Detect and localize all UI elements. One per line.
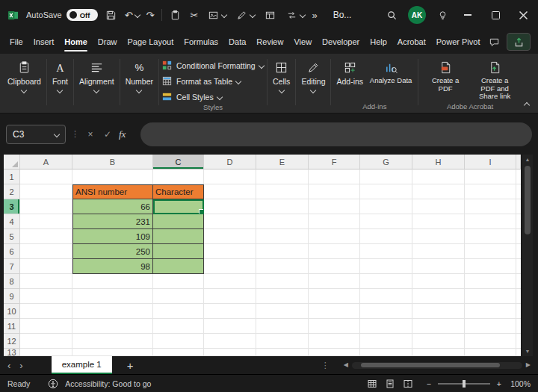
minimize-button[interactable] xyxy=(459,6,477,24)
conditional-formatting-button[interactable]: Conditional Formatting xyxy=(161,59,265,72)
row-header-11[interactable]: 11 xyxy=(4,319,20,334)
cell-F5[interactable] xyxy=(309,229,360,244)
scroll-left-icon[interactable]: ◀ xyxy=(344,362,348,368)
column-header-e[interactable]: E xyxy=(256,155,309,169)
kebab-icon[interactable]: ⋮ xyxy=(321,361,330,370)
cell-I4[interactable] xyxy=(465,214,516,229)
cell-E7[interactable] xyxy=(256,259,309,274)
prev-sheet-icon[interactable]: ‹ xyxy=(7,361,10,370)
cell-I11[interactable] xyxy=(465,319,516,334)
redo-button[interactable]: ↷ xyxy=(146,10,155,20)
tab-formulas[interactable]: Formulas xyxy=(179,30,223,54)
column-header-f[interactable]: F xyxy=(309,155,360,169)
cell-H5[interactable] xyxy=(412,229,465,244)
column-header-g[interactable]: G xyxy=(360,155,412,169)
tab-review[interactable]: Review xyxy=(251,30,288,54)
tab-page-layout[interactable]: Page Layout xyxy=(122,30,179,54)
vertical-scrollbar[interactable]: ▲ ▼ xyxy=(522,155,533,356)
cell-B5[interactable]: 109 xyxy=(72,229,153,244)
accessibility-icon[interactable] xyxy=(47,378,58,389)
cell-styles-button[interactable]: Cell Styles xyxy=(161,90,265,103)
draw-icon[interactable] xyxy=(235,8,255,22)
tab-file[interactable]: File xyxy=(4,30,28,54)
autosave-control[interactable]: AutoSave Off xyxy=(26,9,98,21)
paste-icon[interactable] xyxy=(169,8,182,22)
cell-E8[interactable] xyxy=(256,274,309,289)
cell-E13[interactable] xyxy=(256,349,309,356)
cell-G3[interactable] xyxy=(360,199,412,214)
cell-A12[interactable] xyxy=(20,334,72,349)
number-button[interactable]: % Number xyxy=(123,55,156,94)
name-box[interactable]: C3 xyxy=(6,125,66,144)
cell-H1[interactable] xyxy=(412,169,465,184)
cell-D11[interactable] xyxy=(204,319,256,334)
tab-draw[interactable]: Draw xyxy=(93,30,123,54)
row-header-13[interactable]: 13 xyxy=(4,349,20,356)
row-header-8[interactable]: 8 xyxy=(4,274,20,289)
cell-B13[interactable] xyxy=(72,349,153,356)
cell-D12[interactable] xyxy=(204,334,256,349)
row-header-5[interactable]: 5 xyxy=(4,229,20,244)
cell-A2[interactable] xyxy=(20,184,72,199)
cell-A6[interactable] xyxy=(20,244,72,259)
cell-A1[interactable] xyxy=(20,169,72,184)
cell-B4[interactable]: 231 xyxy=(72,214,153,229)
cell-F2[interactable] xyxy=(309,184,360,199)
zoom-level[interactable]: 100% xyxy=(508,379,531,388)
avatar[interactable]: AK xyxy=(408,6,426,24)
cell-B10[interactable] xyxy=(72,304,153,319)
cell-G6[interactable] xyxy=(360,244,412,259)
cell-C1[interactable] xyxy=(153,169,204,184)
cell-H11[interactable] xyxy=(412,319,465,334)
search-icon[interactable] xyxy=(385,8,398,22)
cell-G5[interactable] xyxy=(360,229,412,244)
cell-E12[interactable] xyxy=(256,334,309,349)
row-header-7[interactable]: 7 xyxy=(4,259,20,274)
cell-F9[interactable] xyxy=(309,289,360,304)
cell-C13[interactable] xyxy=(153,349,204,356)
cell-G8[interactable] xyxy=(360,274,412,289)
cell-C8[interactable] xyxy=(153,274,204,289)
switch-windows-icon[interactable] xyxy=(285,8,305,22)
cell-F7[interactable] xyxy=(309,259,360,274)
freeze-panes-icon[interactable] xyxy=(263,8,276,22)
cell-G13[interactable] xyxy=(360,349,412,356)
cell-B8[interactable] xyxy=(72,274,153,289)
sheet-tab-example-1[interactable]: example 1 xyxy=(52,356,112,374)
cell-H10[interactable] xyxy=(412,304,465,319)
cell-B2[interactable]: ANSI number xyxy=(72,184,153,199)
cell-E11[interactable] xyxy=(256,319,309,334)
share-button[interactable] xyxy=(507,33,531,51)
alignment-button[interactable]: Alignment xyxy=(76,55,117,94)
cell-B9[interactable] xyxy=(72,289,153,304)
cell-D7[interactable] xyxy=(204,259,256,274)
tab-help[interactable]: Help xyxy=(365,30,392,54)
tab-view[interactable]: View xyxy=(288,30,317,54)
font-button[interactable]: A Font xyxy=(49,55,71,94)
row-header-3[interactable]: 3 xyxy=(4,199,20,214)
enter-icon[interactable]: ✓ xyxy=(102,129,114,140)
cell-E5[interactable] xyxy=(256,229,309,244)
cell-E6[interactable] xyxy=(256,244,309,259)
cell-D6[interactable] xyxy=(204,244,256,259)
format-as-table-button[interactable]: Format as Table xyxy=(161,75,265,87)
scroll-right-icon[interactable]: ▶ xyxy=(526,362,531,368)
cell-B7[interactable]: 98 xyxy=(72,259,153,274)
cell-H8[interactable] xyxy=(412,274,465,289)
create-pdf-button[interactable]: Create a PDF xyxy=(421,55,470,94)
cell-F8[interactable] xyxy=(309,274,360,289)
cell-G7[interactable] xyxy=(360,259,412,274)
cell-G2[interactable] xyxy=(360,184,412,199)
cell-F10[interactable] xyxy=(309,304,360,319)
cell-H2[interactable] xyxy=(412,184,465,199)
analyze-data-button[interactable]: Analyze Data xyxy=(366,55,415,87)
cell-H13[interactable] xyxy=(412,349,465,356)
cell-G11[interactable] xyxy=(360,319,412,334)
cell-I7[interactable] xyxy=(465,259,516,274)
cell-D2[interactable] xyxy=(204,184,256,199)
cell-H6[interactable] xyxy=(412,244,465,259)
cell-F11[interactable] xyxy=(309,319,360,334)
zoom-in-icon[interactable]: + xyxy=(497,379,501,388)
add-ins-button[interactable]: Add-ins xyxy=(333,55,366,87)
cell-H7[interactable] xyxy=(412,259,465,274)
